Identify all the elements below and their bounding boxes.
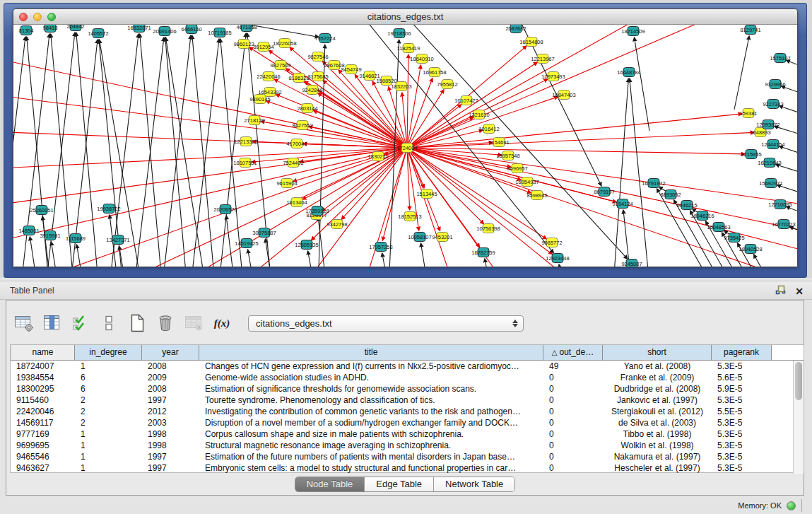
delete-table-button[interactable] (182, 312, 206, 334)
network-node[interactable]: 9154691 (488, 138, 509, 147)
network-node[interactable]: 9329966 (765, 80, 785, 89)
table-row[interactable]: 946554611997Estimation of the future num… (11, 451, 794, 462)
network-node[interactable]: 16210643 (758, 158, 781, 168)
column-header-name[interactable]: name (11, 345, 75, 360)
tab-edge-table[interactable]: Edge Table (365, 477, 434, 491)
network-node[interactable]: 18946216 (690, 211, 714, 221)
network-node[interactable]: 16648784 (617, 68, 640, 77)
network-node[interactable]: 8129741 (740, 25, 760, 35)
network-node[interactable]: 9860123 (233, 40, 254, 49)
network-node[interactable]: 8679197 (594, 187, 614, 197)
network-node[interactable]: 9242848 (302, 86, 322, 95)
network-node[interactable]: 8598945 (526, 191, 547, 200)
table-row[interactable]: 1830029562008Estimation of significance … (11, 383, 794, 395)
table-select[interactable]: citations_edges.txt (248, 315, 524, 332)
network-node[interactable]: 159381 (739, 109, 757, 118)
table-row[interactable]: 977716911998Corpus callosum shape and si… (11, 428, 794, 440)
network-node[interactable]: 204842 (66, 25, 84, 31)
network-node[interactable]: 9245087 (621, 259, 642, 268)
table-row[interactable]: 969969511998Structural magnetic resonanc… (11, 440, 794, 451)
column-header-title[interactable]: title (199, 345, 543, 360)
unselect-all-columns-button[interactable] (97, 312, 121, 334)
network-node[interactable]: 17957253 (369, 243, 392, 252)
network-node[interactable]: 1575107 (770, 54, 790, 63)
network-node[interactable]: 25260051 (30, 206, 53, 215)
table-mode-button[interactable] (12, 312, 36, 334)
network-node[interactable]: 9615904 (276, 179, 297, 188)
network-node[interactable]: 9227343 (763, 100, 783, 109)
network-node[interactable]: 9154124 (612, 199, 632, 209)
function-builder-button[interactable]: f(x) (210, 312, 234, 334)
network-node[interactable]: 7957224 (314, 34, 335, 43)
network-node[interactable]: 16532871 (127, 25, 151, 33)
column-header-year[interactable]: year (142, 345, 199, 360)
network-node[interactable]: 3915981 (40, 231, 60, 240)
network-node[interactable]: 14519425 (235, 239, 258, 248)
network-node[interactable]: 9827546 (307, 52, 328, 62)
network-node[interactable]: 16782759 (471, 248, 495, 257)
close-panel-icon[interactable]: ✕ (795, 285, 804, 298)
network-node[interactable]: 1485001 (18, 226, 39, 235)
network-window-titlebar[interactable]: citations_edges.txt (13, 9, 797, 25)
network-node[interactable]: 9342798 (326, 220, 347, 229)
network-node[interactable]: 10719185 (208, 28, 231, 37)
network-node[interactable]: 1832203 (391, 82, 411, 91)
network-node[interactable]: 30975887 (252, 228, 276, 238)
network-node[interactable]: 22420046 (257, 72, 280, 81)
network-node[interactable]: 81304 (19, 26, 34, 35)
network-node[interactable]: 1913404 (286, 198, 307, 207)
network-node[interactable]: 11825419 (397, 44, 420, 53)
network-node[interactable]: 18152513 (398, 212, 421, 221)
network-node[interactable]: 1405572 (88, 29, 108, 38)
network-node[interactable]: 16791972 (642, 179, 665, 188)
network-node[interactable]: 10973493 (541, 72, 565, 81)
table-row[interactable]: 2242004622012Investigating the contribut… (11, 406, 794, 417)
select-all-columns-button[interactable] (69, 312, 93, 334)
table-row[interactable]: 1938455462009Genome-wide association stu… (11, 372, 794, 383)
network-node[interactable]: 7955812 (437, 80, 457, 89)
minimize-window-button[interactable] (33, 13, 42, 21)
network-node[interactable]: 1115689 (66, 234, 86, 243)
network-node[interactable]: 9453201 (432, 233, 452, 242)
network-node[interactable]: 8096957 (507, 164, 527, 173)
network-node[interactable]: 18107551 (233, 158, 257, 168)
network-node[interactable]: 20691406 (153, 27, 176, 36)
network-node[interactable]: 1513445 (416, 189, 437, 199)
network-node[interactable]: 12213967 (531, 54, 554, 64)
network-node[interactable]: 1830211 (368, 152, 389, 161)
network-node[interactable]: 19218506 (387, 29, 411, 38)
network-node[interactable]: 19938722 (97, 204, 120, 214)
network-node[interactable]: 8454749 (341, 65, 361, 74)
network-node[interactable]: 18226058 (273, 39, 296, 48)
tab-node-table[interactable]: Node Table (295, 477, 365, 491)
network-canvas[interactable]: 8130498418204842140557216532871206914066… (13, 25, 798, 267)
delete-column-button[interactable] (153, 312, 177, 334)
table-scrollbar[interactable] (793, 361, 804, 474)
network-node[interactable]: 9827509 (270, 61, 290, 70)
table-row[interactable]: 911546021997Tourette syndrome. Phenomeno… (11, 395, 794, 406)
network-node[interactable]: 18714509 (621, 27, 645, 36)
network-node[interactable]: 2087682 (505, 25, 526, 33)
network-node[interactable]: 7524402 (283, 158, 303, 168)
table-row[interactable]: 946362711997Embryonic stem cells: a mode… (11, 462, 794, 474)
network-node[interactable]: 12444154 (761, 140, 784, 149)
show-columns-button[interactable] (40, 312, 64, 334)
network-node[interactable]: 12923448 (546, 254, 569, 263)
network-node[interactable]: 9890145 (249, 95, 270, 104)
network-node[interactable]: 8186328 (288, 74, 309, 83)
network-node[interactable]: 10756398 (476, 224, 500, 233)
column-header-in-degree[interactable]: in_degree (75, 345, 142, 360)
tab-network-table[interactable]: Network Table (434, 477, 514, 491)
float-panel-icon[interactable] (775, 284, 787, 298)
network-node[interactable]: 20206576 (213, 205, 237, 214)
column-header-pagerank[interactable]: pagerank (712, 345, 772, 360)
column-header-short[interactable]: short (603, 345, 712, 360)
network-node[interactable]: 16847403 (552, 90, 575, 100)
network-node[interactable]: 6466160 (181, 25, 201, 34)
network-node[interactable]: 15692971 (759, 179, 782, 188)
network-node[interactable]: 4170041 (286, 139, 307, 148)
network-node[interactable]: 12505135 (295, 240, 318, 250)
network-node[interactable]: 9046215 (676, 201, 697, 210)
network-node[interactable]: 18640910 (410, 54, 433, 64)
network-node[interactable]: 4671358 (236, 25, 257, 32)
